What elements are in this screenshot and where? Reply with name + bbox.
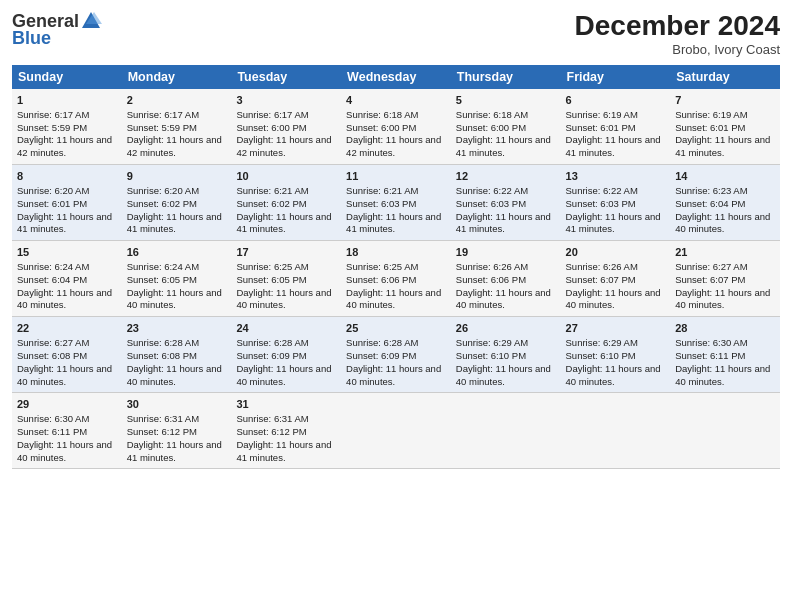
sunrise-text: Sunrise: 6:30 AM	[17, 413, 89, 424]
daylight-text: Daylight: 11 hours and 40 minutes.	[127, 363, 222, 387]
day-header-thursday: Thursday	[451, 65, 561, 89]
sunrise-text: Sunrise: 6:29 AM	[456, 337, 528, 348]
daylight-text: Daylight: 11 hours and 41 minutes.	[236, 211, 331, 235]
sunrise-text: Sunrise: 6:29 AM	[566, 337, 638, 348]
sunset-text: Sunset: 6:11 PM	[675, 350, 745, 361]
sunset-text: Sunset: 6:04 PM	[17, 274, 87, 285]
sunrise-text: Sunrise: 6:17 AM	[236, 109, 308, 120]
day-number: 19	[456, 245, 556, 260]
day-number: 20	[566, 245, 666, 260]
sunset-text: Sunset: 6:00 PM	[236, 122, 306, 133]
sunrise-text: Sunrise: 6:23 AM	[675, 185, 747, 196]
day-number: 22	[17, 321, 117, 336]
day-number: 7	[675, 93, 775, 108]
day-header-monday: Monday	[122, 65, 232, 89]
sunrise-text: Sunrise: 6:22 AM	[456, 185, 528, 196]
daylight-text: Daylight: 11 hours and 40 minutes.	[456, 287, 551, 311]
calendar-cell	[670, 393, 780, 469]
sunrise-text: Sunrise: 6:31 AM	[127, 413, 199, 424]
daylight-text: Daylight: 11 hours and 40 minutes.	[17, 439, 112, 463]
day-number: 24	[236, 321, 336, 336]
sunset-text: Sunset: 6:11 PM	[17, 426, 87, 437]
day-number: 28	[675, 321, 775, 336]
header: General Blue December 2024 Brobo, Ivory …	[12, 10, 780, 57]
sunset-text: Sunset: 6:04 PM	[675, 198, 745, 209]
daylight-text: Daylight: 11 hours and 42 minutes.	[346, 134, 441, 158]
day-header-sunday: Sunday	[12, 65, 122, 89]
sunrise-text: Sunrise: 6:25 AM	[346, 261, 418, 272]
daylight-text: Daylight: 11 hours and 40 minutes.	[456, 363, 551, 387]
day-number: 18	[346, 245, 446, 260]
calendar-cell: 3Sunrise: 6:17 AMSunset: 6:00 PMDaylight…	[231, 89, 341, 165]
week-row-3: 15Sunrise: 6:24 AMSunset: 6:04 PMDayligh…	[12, 241, 780, 317]
calendar-cell: 19Sunrise: 6:26 AMSunset: 6:06 PMDayligh…	[451, 241, 561, 317]
day-header-wednesday: Wednesday	[341, 65, 451, 89]
calendar-cell: 11Sunrise: 6:21 AMSunset: 6:03 PMDayligh…	[341, 165, 451, 241]
day-number: 25	[346, 321, 446, 336]
calendar-cell: 20Sunrise: 6:26 AMSunset: 6:07 PMDayligh…	[561, 241, 671, 317]
logo: General Blue	[12, 10, 103, 49]
sunrise-text: Sunrise: 6:30 AM	[675, 337, 747, 348]
daylight-text: Daylight: 11 hours and 42 minutes.	[236, 134, 331, 158]
day-number: 5	[456, 93, 556, 108]
sunset-text: Sunset: 5:59 PM	[127, 122, 197, 133]
calendar-cell: 17Sunrise: 6:25 AMSunset: 6:05 PMDayligh…	[231, 241, 341, 317]
daylight-text: Daylight: 11 hours and 40 minutes.	[566, 287, 661, 311]
calendar-cell: 29Sunrise: 6:30 AMSunset: 6:11 PMDayligh…	[12, 393, 122, 469]
sunset-text: Sunset: 6:05 PM	[127, 274, 197, 285]
calendar-cell: 1Sunrise: 6:17 AMSunset: 5:59 PMDaylight…	[12, 89, 122, 165]
calendar-cell: 6Sunrise: 6:19 AMSunset: 6:01 PMDaylight…	[561, 89, 671, 165]
sunrise-text: Sunrise: 6:21 AM	[236, 185, 308, 196]
daylight-text: Daylight: 11 hours and 40 minutes.	[675, 363, 770, 387]
sunset-text: Sunset: 6:12 PM	[236, 426, 306, 437]
sunrise-text: Sunrise: 6:28 AM	[236, 337, 308, 348]
day-number: 14	[675, 169, 775, 184]
calendar-cell: 12Sunrise: 6:22 AMSunset: 6:03 PMDayligh…	[451, 165, 561, 241]
sunset-text: Sunset: 6:03 PM	[566, 198, 636, 209]
calendar-cell: 21Sunrise: 6:27 AMSunset: 6:07 PMDayligh…	[670, 241, 780, 317]
sunset-text: Sunset: 6:01 PM	[17, 198, 87, 209]
sunrise-text: Sunrise: 6:19 AM	[675, 109, 747, 120]
day-number: 31	[236, 397, 336, 412]
calendar-cell: 30Sunrise: 6:31 AMSunset: 6:12 PMDayligh…	[122, 393, 232, 469]
daylight-text: Daylight: 11 hours and 41 minutes.	[236, 439, 331, 463]
day-number: 30	[127, 397, 227, 412]
sunrise-text: Sunrise: 6:25 AM	[236, 261, 308, 272]
calendar-cell: 15Sunrise: 6:24 AMSunset: 6:04 PMDayligh…	[12, 241, 122, 317]
day-number: 17	[236, 245, 336, 260]
sunrise-text: Sunrise: 6:18 AM	[346, 109, 418, 120]
month-year: December 2024	[575, 10, 780, 42]
day-number: 12	[456, 169, 556, 184]
daylight-text: Daylight: 11 hours and 41 minutes.	[566, 211, 661, 235]
daylight-text: Daylight: 11 hours and 40 minutes.	[17, 287, 112, 311]
header-row: SundayMondayTuesdayWednesdayThursdayFrid…	[12, 65, 780, 89]
calendar-cell: 26Sunrise: 6:29 AMSunset: 6:10 PMDayligh…	[451, 317, 561, 393]
location: Brobo, Ivory Coast	[575, 42, 780, 57]
sunset-text: Sunset: 6:01 PM	[675, 122, 745, 133]
sunrise-text: Sunrise: 6:26 AM	[456, 261, 528, 272]
day-number: 26	[456, 321, 556, 336]
daylight-text: Daylight: 11 hours and 40 minutes.	[17, 363, 112, 387]
daylight-text: Daylight: 11 hours and 41 minutes.	[346, 211, 441, 235]
sunset-text: Sunset: 6:00 PM	[346, 122, 416, 133]
day-number: 10	[236, 169, 336, 184]
calendar-cell: 27Sunrise: 6:29 AMSunset: 6:10 PMDayligh…	[561, 317, 671, 393]
sunrise-text: Sunrise: 6:27 AM	[675, 261, 747, 272]
sunset-text: Sunset: 6:06 PM	[346, 274, 416, 285]
day-number: 2	[127, 93, 227, 108]
sunset-text: Sunset: 6:09 PM	[236, 350, 306, 361]
calendar-cell: 24Sunrise: 6:28 AMSunset: 6:09 PMDayligh…	[231, 317, 341, 393]
sunrise-text: Sunrise: 6:18 AM	[456, 109, 528, 120]
sunset-text: Sunset: 6:01 PM	[566, 122, 636, 133]
calendar-cell: 23Sunrise: 6:28 AMSunset: 6:08 PMDayligh…	[122, 317, 232, 393]
calendar-cell: 22Sunrise: 6:27 AMSunset: 6:08 PMDayligh…	[12, 317, 122, 393]
daylight-text: Daylight: 11 hours and 41 minutes.	[566, 134, 661, 158]
sunset-text: Sunset: 5:59 PM	[17, 122, 87, 133]
daylight-text: Daylight: 11 hours and 41 minutes.	[456, 211, 551, 235]
daylight-text: Daylight: 11 hours and 40 minutes.	[127, 287, 222, 311]
calendar-cell: 9Sunrise: 6:20 AMSunset: 6:02 PMDaylight…	[122, 165, 232, 241]
day-header-friday: Friday	[561, 65, 671, 89]
daylight-text: Daylight: 11 hours and 40 minutes.	[236, 287, 331, 311]
calendar-cell: 10Sunrise: 6:21 AMSunset: 6:02 PMDayligh…	[231, 165, 341, 241]
sunrise-text: Sunrise: 6:31 AM	[236, 413, 308, 424]
